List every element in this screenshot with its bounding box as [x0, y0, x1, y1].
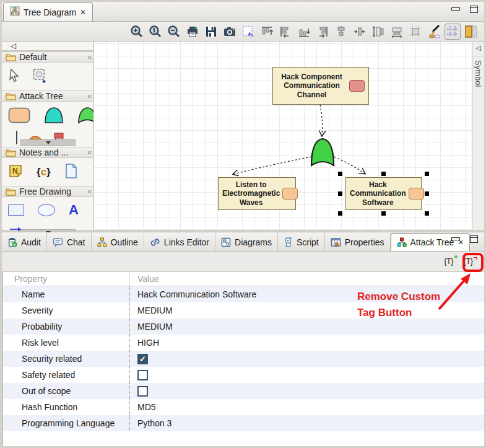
table-row[interactable]: Safety related	[3, 367, 484, 383]
node-badge[interactable]	[349, 80, 365, 92]
print-icon[interactable]	[184, 24, 201, 40]
save-icon[interactable]	[203, 24, 219, 40]
value-cell[interactable]: MEDIUM	[130, 305, 173, 315]
selection-handle[interactable]	[381, 172, 386, 176]
property-cell: Hash Function	[3, 399, 130, 415]
minimize-icon[interactable]	[451, 237, 460, 240]
pin-icon[interactable]: «	[87, 148, 90, 157]
node-label: Hack Communication Software	[350, 180, 406, 207]
selection-handle[interactable]	[425, 191, 429, 196]
text-tool[interactable]: A	[69, 202, 79, 218]
maximize-icon[interactable]	[470, 6, 478, 13]
margins-icon[interactable]	[407, 24, 423, 40]
add-custom-tag-button[interactable]: {T}+	[441, 255, 456, 268]
tab-script[interactable]: Script	[278, 233, 325, 251]
value-cell[interactable]: MEDIUM	[130, 322, 173, 332]
center-horizontal-icon[interactable]	[333, 24, 349, 40]
expand-symbol-icon[interactable]: ◁	[472, 42, 484, 56]
tag-toolbar: {T}+ {T}¬	[2, 252, 484, 272]
table-header: Property Value	[3, 272, 484, 286]
table-row[interactable]: Programming LanguagePython 3	[3, 415, 484, 431]
table-row[interactable]: Out of scope	[3, 383, 484, 399]
value-cell[interactable]: HIGH	[130, 338, 159, 348]
diagram-node-hack-software[interactable]: Hack Communication Software	[345, 177, 422, 210]
rectangle-tool[interactable]	[8, 204, 24, 216]
zoom-out-icon[interactable]	[166, 24, 182, 40]
zoom-in-icon[interactable]	[129, 24, 145, 40]
marquee-add-tool[interactable]	[32, 68, 48, 86]
value-cell[interactable]: Hack Communication Software	[130, 289, 256, 299]
node-tool[interactable]	[8, 107, 30, 125]
table-row[interactable]: SeverityMEDIUM	[3, 302, 484, 318]
zoom-original-icon[interactable]	[147, 24, 163, 40]
table-row[interactable]: Risk levelHIGH	[3, 335, 484, 351]
connector-line-tool[interactable]	[15, 131, 18, 146]
tab-chat[interactable]: Chat	[47, 233, 92, 251]
diagram-node-listen-waves[interactable]: Listen to Electromagnetic Waves	[218, 177, 296, 210]
table-row[interactable]: NameHack Communication Software	[3, 286, 484, 302]
remove-custom-tag-button[interactable]: {T}¬	[461, 255, 475, 268]
value-cell[interactable]: MD5	[130, 402, 156, 412]
match-height-icon[interactable]	[370, 24, 386, 40]
value-cell: ✓	[130, 354, 148, 364]
screenshot-icon[interactable]	[222, 24, 238, 40]
tab-audit[interactable]: Audit	[2, 233, 47, 251]
ellipse-tool[interactable]	[38, 204, 55, 216]
diagram-canvas[interactable]: Hack Component Communication Channel Lis…	[93, 42, 472, 230]
pin-icon[interactable]: «	[87, 92, 90, 100]
tab-label: Script	[297, 237, 319, 247]
palette-section-free-drawing[interactable]: Free Drawing «	[2, 186, 93, 197]
align-top-icon[interactable]	[259, 24, 275, 40]
node-badge[interactable]	[282, 188, 298, 200]
grid-toggle-icon[interactable]	[445, 24, 461, 40]
palette-section-notes[interactable]: Notes and ... «	[2, 147, 93, 158]
selection-handle[interactable]	[338, 191, 342, 196]
minimize-icon[interactable]	[451, 7, 460, 11]
table-row[interactable]: Hash FunctionMD5	[3, 399, 484, 415]
column-header-property[interactable]: Property	[3, 272, 130, 286]
align-right-icon[interactable]	[315, 24, 331, 40]
distribute-horizontal-icon[interactable]	[352, 24, 368, 40]
table-row[interactable]: Security related✓	[3, 351, 484, 367]
selection-handle[interactable]	[338, 172, 342, 176]
tab-outline[interactable]: Outline	[92, 233, 144, 251]
pin-icon[interactable]: «	[87, 53, 90, 61]
palette-section-label: Notes and ...	[19, 147, 68, 157]
select-cursor-tool[interactable]	[8, 68, 22, 85]
document-tool[interactable]	[64, 163, 78, 181]
checkbox-checked[interactable]: ✓	[137, 354, 148, 364]
select-region-icon[interactable]	[240, 24, 256, 40]
checkbox-unchecked[interactable]	[137, 370, 148, 380]
table-row[interactable]: ProbabilityMEDIUM	[3, 318, 484, 335]
symbols-pane-icon[interactable]	[463, 24, 479, 40]
note-tool[interactable]: N	[8, 164, 23, 180]
align-bottom-icon[interactable]	[296, 24, 312, 40]
node-badge[interactable]	[409, 188, 424, 200]
and-gate-tool[interactable]	[44, 107, 64, 126]
palette-collapse-arrow[interactable]: ◁	[2, 42, 93, 51]
value-cell[interactable]: Python 3	[130, 418, 171, 428]
checkbox-unchecked[interactable]	[137, 386, 148, 397]
selection-handle[interactable]	[425, 172, 429, 176]
selection-handle[interactable]	[381, 211, 386, 216]
align-left-icon[interactable]	[277, 24, 293, 40]
tab-links-editor[interactable]: Links Editor	[144, 233, 215, 251]
selection-handle[interactable]	[425, 211, 429, 216]
diagram-node-hack-component[interactable]: Hack Component Communication Channel	[272, 67, 369, 105]
match-width-icon[interactable]	[389, 24, 405, 40]
symbol-panel-label[interactable]: Symbol	[474, 60, 483, 87]
column-header-value[interactable]: Value	[130, 274, 159, 284]
selection-handle[interactable]	[338, 211, 342, 216]
tab-properties[interactable]: Properties	[325, 233, 391, 251]
palette-section-default[interactable]: Default «	[2, 51, 93, 63]
node-label: Hack Component Communication Channel	[277, 72, 347, 99]
tab-diagrams[interactable]: Diagrams	[215, 233, 278, 251]
maximize-icon[interactable]	[470, 235, 478, 243]
comment-tool[interactable]: {c}	[37, 166, 51, 178]
pin-icon[interactable]: «	[87, 187, 90, 196]
tab-tree-diagram[interactable]: Tree Diagram ✕	[3, 2, 93, 21]
format-brush-tags-icon[interactable]	[426, 24, 442, 40]
palette-horizontal-scrollbar[interactable]	[20, 139, 76, 146]
palette-section-attack-tree[interactable]: Attack Tree «	[2, 90, 93, 102]
close-icon[interactable]: ✕	[80, 8, 86, 17]
